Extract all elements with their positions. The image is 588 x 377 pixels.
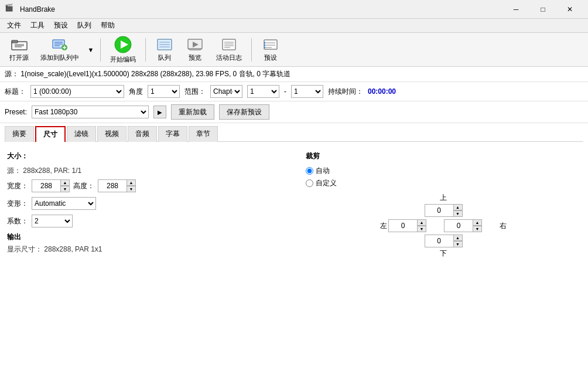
crop-custom-label: 自定义 (316, 178, 337, 188)
source-info-value: 288x288, PAR: 1/1 (23, 167, 81, 175)
menu-presets[interactable]: 预设 (49, 19, 73, 32)
svg-point-34 (264, 45, 266, 46)
activity-log-button[interactable]: 活动日志 (211, 35, 247, 64)
start-encode-label: 开始编码 (110, 55, 136, 64)
crop-left-down[interactable]: ▼ (417, 226, 426, 232)
crop-right-down[interactable]: ▼ (473, 226, 482, 232)
width-row: 宽度： ▲ ▼ 高度： ▲ (7, 179, 282, 192)
width-down-button[interactable]: ▼ (60, 186, 70, 192)
angle-select[interactable]: 1 (148, 85, 180, 98)
add-queue-icon (52, 38, 68, 52)
height-up-button[interactable]: ▲ (127, 179, 136, 186)
queue-label: 队列 (158, 53, 171, 62)
title-row: 标题： 1 (00:00:00) 角度 1 范围： Chapters Secon… (0, 82, 588, 101)
add-queue-label: 添加到队列中 (40, 53, 79, 62)
svg-point-33 (264, 42, 266, 44)
open-source-button[interactable]: 打开源 (5, 35, 33, 64)
size-title: 大小： (7, 151, 282, 161)
crop-top-down[interactable]: ▼ (453, 210, 463, 217)
queue-button[interactable]: 队列 (151, 35, 179, 64)
menu-file[interactable]: 文件 (2, 19, 26, 32)
add-to-queue-button[interactable]: 添加到队列中 (36, 35, 84, 64)
factor-select[interactable]: 2 4 8 16 (32, 215, 73, 227)
menu-queue[interactable]: 队列 (73, 19, 96, 32)
crop-left-up[interactable]: ▲ (417, 219, 426, 226)
app-title: HandBrake (20, 5, 502, 13)
width-spin-buttons: ▲ ▼ (60, 179, 70, 192)
crop-bottom-up[interactable]: ▲ (453, 235, 463, 241)
tab-chapters[interactable]: 章节 (189, 126, 218, 142)
reload-preset-button[interactable]: 重新加载 (171, 104, 214, 120)
crop-right-input[interactable] (444, 219, 473, 232)
height-spingroup: ▲ ▼ (98, 179, 136, 192)
crop-right-label: 右 (500, 221, 507, 231)
crop-top-spin: ▲ ▼ (425, 204, 463, 217)
menu-tools[interactable]: 工具 (26, 19, 49, 32)
tab-video[interactable]: 视频 (97, 126, 127, 142)
range-from-select[interactable]: 1 (247, 85, 279, 98)
crop-custom-radio[interactable] (306, 179, 313, 187)
duration-label: 持续时间： (328, 87, 363, 97)
open-source-icon (11, 38, 28, 52)
presets-button[interactable]: 预设 (257, 35, 285, 64)
add-queue-dropdown-button[interactable]: ▼ (86, 35, 95, 64)
crop-bottom-label: 下 (440, 249, 447, 259)
crop-section: 裁剪 自动 自定义 (306, 151, 581, 259)
close-button[interactable]: ✕ (556, 0, 583, 19)
range-to-select[interactable]: 1 (291, 85, 323, 98)
separator-3 (251, 38, 252, 62)
transform-select[interactable]: Automatic None Custom (32, 197, 96, 210)
save-preset-button[interactable]: 保存新预设 (219, 104, 269, 120)
menu-help[interactable]: 帮助 (96, 19, 119, 32)
preset-select[interactable]: Fast 1080p30 (32, 106, 149, 118)
range-label: 范围： (184, 87, 206, 97)
source-label: 源： (5, 70, 19, 78)
transform-row: 变形： Automatic None Custom (7, 197, 282, 210)
crop-auto-row: 自动 (306, 166, 581, 176)
maximize-button[interactable]: □ (529, 0, 556, 19)
source-info-row: 源： 288x288, PAR: 1/1 (7, 166, 282, 176)
start-encode-button[interactable]: 开始编码 (105, 35, 141, 64)
crop-right-up[interactable]: ▲ (473, 219, 482, 226)
crop-top-label: 上 (440, 193, 447, 203)
factor-row: 系数： 2 4 8 16 (7, 215, 282, 227)
height-label: 高度： (73, 181, 94, 191)
tabs-area: 摘要 尺寸 滤镜 视频 音频 字幕 章节 大小： 源： 288x288, PAR… (0, 123, 588, 268)
preset-arrow-button[interactable]: ▶ (153, 106, 166, 118)
output-section-label: 输出 (7, 232, 282, 242)
svg-rect-24 (223, 39, 235, 50)
source-value: 1(noise_scale)(Level1)(x1.500000) 288x28… (20, 70, 290, 78)
height-input[interactable] (98, 179, 127, 192)
width-spingroup: ▲ ▼ (32, 179, 70, 192)
crop-top-input[interactable] (425, 204, 454, 217)
range-dash: - (284, 87, 286, 96)
main-content: 源： 1(noise_scale)(Level1)(x1.500000) 288… (0, 67, 588, 377)
crop-auto-radio[interactable] (306, 167, 313, 175)
crop-top-up[interactable]: ▲ (453, 204, 463, 210)
crop-left-spin: ▲ ▼ (388, 219, 426, 232)
height-down-button[interactable]: ▼ (127, 186, 136, 192)
tab-summary[interactable]: 摘要 (5, 126, 34, 142)
crop-bottom-down[interactable]: ▼ (453, 241, 463, 247)
dropdown-arrow-icon: ▼ (88, 46, 94, 53)
crop-left-input[interactable] (388, 219, 418, 232)
crop-bottom-input[interactable] (425, 235, 454, 247)
toolbar: 打开源 添加到队列中 ▼ 开始编码 (0, 33, 588, 67)
width-up-button[interactable]: ▲ (60, 179, 70, 186)
tab-filters[interactable]: 滤镜 (67, 126, 96, 142)
tab-subtitles[interactable]: 字幕 (158, 126, 187, 142)
separator-1 (100, 38, 101, 62)
menu-bar: 文件 工具 预设 队列 帮助 (0, 19, 588, 33)
app-logo: 🎬 (5, 4, 16, 15)
crop-bottom-spin: ▲ ▼ (425, 235, 463, 247)
width-input[interactable] (32, 179, 61, 192)
preview-label: 预览 (189, 53, 201, 62)
angle-label: 角度 (129, 87, 143, 97)
title-select[interactable]: 1 (00:00:00) (30, 85, 124, 98)
tab-audio[interactable]: 音频 (128, 126, 157, 142)
range-type-select[interactable]: Chapters Seconds Frames (210, 85, 242, 98)
minimize-button[interactable]: ─ (502, 0, 529, 19)
crop-custom-row: 自定义 (306, 178, 581, 188)
tab-dimensions[interactable]: 尺寸 (35, 126, 66, 142)
preview-button[interactable]: 预览 (181, 35, 209, 64)
